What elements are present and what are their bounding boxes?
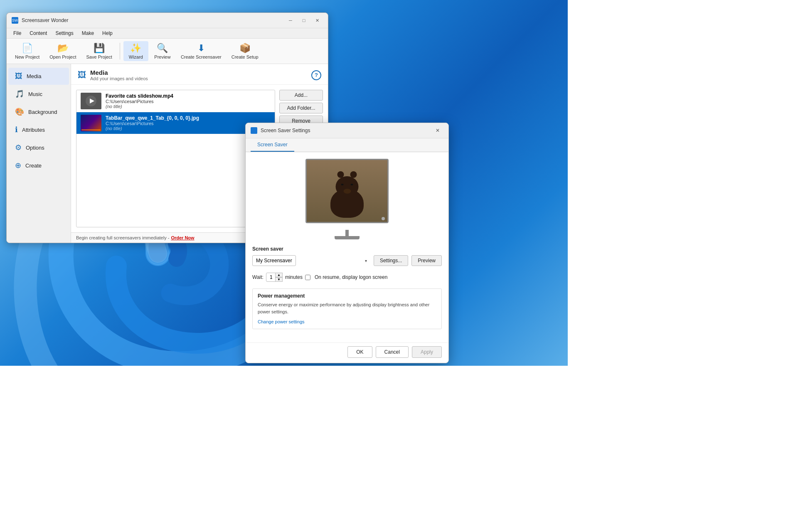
app-icon: SW: [12, 17, 18, 24]
apply-button[interactable]: Apply: [412, 346, 442, 358]
add-button[interactable]: Add...: [279, 90, 323, 101]
sidebar-item-options[interactable]: ⚙ Options: [8, 139, 69, 156]
create-setup-icon: 📦: [239, 43, 251, 54]
open-project-button[interactable]: 📂 Open Project: [45, 41, 80, 61]
toolbar: 📄 New Project 📂 Open Project 💾 Save Proj…: [7, 39, 328, 64]
title-bar: SW Screensaver Wonder ─ □ ✕: [7, 13, 328, 28]
sidebar-item-attributes[interactable]: ℹ Attributes: [8, 121, 69, 138]
preview-button[interactable]: 🔍 Preview: [150, 41, 175, 61]
resume-checkbox[interactable]: [305, 275, 310, 280]
wait-label: Wait:: [252, 274, 264, 280]
new-project-label: New Project: [15, 54, 39, 59]
wizard-button[interactable]: ✨ Wizard: [123, 41, 148, 61]
create-screensaver-label: Create Screensaver: [181, 54, 222, 59]
close-button[interactable]: ✕: [311, 16, 323, 25]
options-icon: ⚙: [15, 143, 22, 152]
screensaver-select[interactable]: My Screensaver (None) Bubbles Mystify: [252, 255, 296, 266]
cancel-button[interactable]: Cancel: [376, 346, 409, 358]
new-project-button[interactable]: 📄 New Project: [11, 41, 44, 61]
create-setup-label: Create Setup: [232, 54, 259, 59]
sidebar-item-media[interactable]: 🖼 Media: [8, 68, 69, 85]
settings-dialog-preview-button[interactable]: Preview: [411, 255, 442, 266]
dialog-title-left: Screen Saver Settings: [251, 127, 310, 134]
power-desc: Conserve energy or maximize performance …: [258, 301, 436, 315]
minimize-button[interactable]: ─: [285, 16, 296, 25]
settings-dialog-settings-button[interactable]: Settings...: [374, 255, 408, 266]
sidebar-item-music[interactable]: 🎵 Music: [8, 85, 69, 103]
add-folder-button[interactable]: Add Folder...: [279, 103, 323, 113]
video-icon: [85, 95, 97, 107]
resume-label: On resume, display logon screen: [315, 274, 387, 280]
spin-down-button[interactable]: ▼: [275, 277, 283, 282]
sidebar-create-label: Create: [25, 163, 42, 169]
bear-display: [307, 160, 387, 222]
app-title: Screensaver Wonder: [22, 17, 69, 23]
sidebar-attributes-label: Attributes: [22, 127, 45, 133]
monitor-preview: [305, 159, 389, 239]
menu-content[interactable]: Content: [26, 29, 50, 37]
dialog-close-button[interactable]: ✕: [432, 126, 443, 135]
dialog-footer: OK Cancel Apply: [246, 342, 448, 363]
monitor-screen: [305, 159, 389, 223]
file-item-1[interactable]: Favorite cats slideshow.mp4 C:\Users\ces…: [76, 90, 275, 112]
change-power-settings-link[interactable]: Change power settings: [258, 319, 305, 324]
attributes-icon: ℹ: [15, 125, 18, 134]
preview-label: Preview: [154, 54, 170, 59]
open-project-label: Open Project: [49, 54, 76, 59]
dialog-body: Screen saver My Screensaver (None) Bubbl…: [246, 152, 448, 342]
menu-settings[interactable]: Settings: [52, 29, 76, 37]
tab-screen-saver[interactable]: Screen Saver: [251, 138, 294, 152]
menu-file[interactable]: File: [10, 29, 25, 37]
title-bar-left: SW Screensaver Wonder: [12, 17, 69, 24]
panel-title: Media: [90, 69, 148, 76]
create-screensaver-button[interactable]: ⬇ Create Screensaver: [177, 41, 226, 61]
create-setup-button[interactable]: 📦 Create Setup: [227, 41, 263, 61]
menu-make[interactable]: Make: [79, 29, 97, 37]
sidebar-item-background[interactable]: 🎨 Background: [8, 103, 69, 121]
toolbar-divider-1: [120, 43, 120, 59]
screen-saver-label: Screen saver: [252, 246, 442, 252]
file-name-2: TabBar_qwe_qwe_1_Tab_{0, 0, 0, 0}.jpg: [106, 115, 271, 121]
new-project-icon: 📄: [22, 43, 33, 54]
file-thumb-1: [81, 93, 101, 109]
music-icon: 🎵: [15, 89, 24, 99]
menu-help[interactable]: Help: [99, 29, 116, 37]
dialog-title: Screen Saver Settings: [261, 128, 310, 133]
save-project-button[interactable]: 💾 Save Project: [82, 41, 116, 61]
dialog-app-icon: [251, 127, 257, 134]
sidebar-music-label: Music: [28, 91, 42, 97]
screensaver-controls: My Screensaver (None) Bubbles Mystify Se…: [252, 255, 442, 266]
panel-header-left: 🖼 Media Add your images and videos: [78, 69, 148, 81]
monitor-preview-container: [252, 159, 442, 239]
help-button[interactable]: ?: [311, 70, 321, 80]
panel-media-icon: 🖼: [78, 70, 86, 80]
ok-button[interactable]: OK: [347, 346, 372, 358]
sidebar: 🖼 Media 🎵 Music 🎨 Background ℹ Attribute…: [7, 64, 71, 243]
power-title: Power management: [258, 293, 436, 299]
panel-subtitle: Add your images and videos: [90, 76, 148, 81]
file-thumb-2: [81, 115, 101, 131]
maximize-button[interactable]: □: [298, 16, 310, 25]
sidebar-options-label: Options: [26, 145, 44, 151]
preview-icon: 🔍: [157, 43, 168, 54]
sidebar-media-label: Media: [27, 73, 41, 79]
monitor-stand: [345, 230, 349, 236]
file-info-1: Favorite cats slideshow.mp4 C:\Users\ces…: [106, 93, 271, 109]
sidebar-item-create[interactable]: ⊕ Create: [8, 157, 69, 174]
power-management-section: Power management Conserve energy or maxi…: [252, 288, 442, 329]
tab-bar: Screen Saver: [246, 138, 448, 152]
window-controls: ─ □ ✕: [285, 16, 323, 25]
save-project-icon: 💾: [94, 43, 105, 54]
spin-up-button[interactable]: ▲: [275, 273, 283, 277]
wizard-label: Wizard: [129, 54, 143, 59]
monitor-base: [335, 236, 360, 239]
file-path-1: C:\Users\cesar\Pictures: [106, 99, 271, 104]
save-project-label: Save Project: [86, 54, 112, 59]
panel-title-group: Media Add your images and videos: [90, 69, 148, 81]
create-screensaver-icon: ⬇: [197, 43, 205, 54]
monitor-indicator: [382, 217, 385, 220]
wait-row: Wait: ▲ ▼ minutes On resume, display log…: [252, 273, 442, 282]
order-now-link[interactable]: Order Now: [171, 235, 194, 240]
open-project-icon: 📂: [57, 43, 69, 54]
menu-bar: File Content Settings Make Help: [7, 28, 328, 39]
